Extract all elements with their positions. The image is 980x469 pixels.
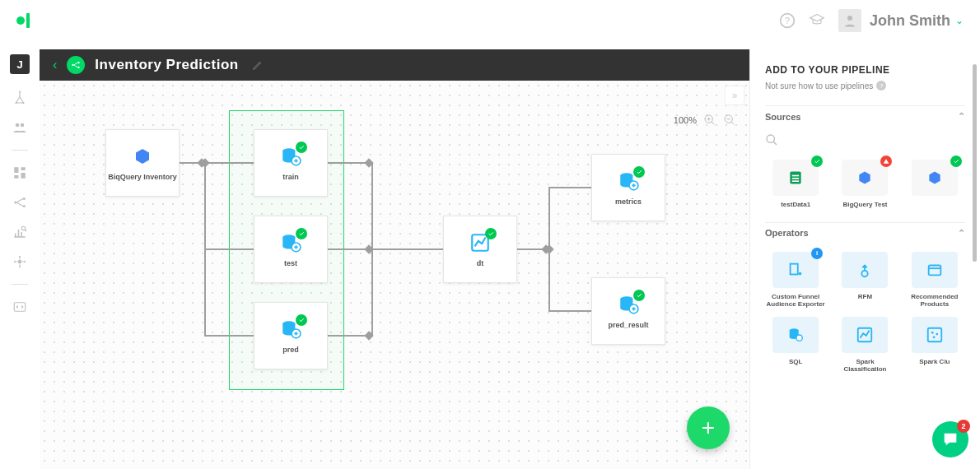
check-icon <box>633 166 645 178</box>
svg-point-5 <box>22 102 24 104</box>
help-icon[interactable]: ? <box>779 12 796 29</box>
workspace-title: Inventory Prediction <box>95 57 238 73</box>
products-icon <box>926 261 944 279</box>
svg-rect-10 <box>14 175 18 179</box>
svg-rect-47 <box>792 175 799 177</box>
classification-icon <box>469 231 492 254</box>
svg-point-58 <box>931 332 934 334</box>
check-icon <box>296 142 307 153</box>
rfm-icon <box>856 261 874 279</box>
check-icon <box>485 228 497 239</box>
svg-text:?: ? <box>785 16 790 26</box>
tile-label: Spark Clu <box>919 358 950 366</box>
svg-point-60 <box>933 336 936 338</box>
svg-rect-11 <box>21 173 26 179</box>
section-operators-header[interactable]: Operators⌃ <box>765 222 965 244</box>
source-tile[interactable]: testData1 <box>765 160 826 209</box>
svg-point-2 <box>847 16 852 21</box>
svg-rect-49 <box>792 180 799 182</box>
nav-audience-icon[interactable] <box>12 120 27 135</box>
status-info-icon: i <box>811 248 823 259</box>
nav-code-icon[interactable] <box>12 300 27 314</box>
sources-grid: testData1 BigQuery Test <box>765 160 965 209</box>
node-dt[interactable]: dt <box>443 216 517 283</box>
user-avatar[interactable] <box>838 9 861 32</box>
workspace-badge[interactable]: J <box>10 54 30 74</box>
add-fab[interactable]: + <box>687 406 730 449</box>
panel-subtitle[interactable]: Not sure how to use pipelines ? <box>765 81 965 91</box>
node-label: pred <box>282 346 299 354</box>
tile-label: RFM <box>858 293 872 301</box>
nav-dashboard-icon[interactable] <box>12 165 27 180</box>
sql-icon <box>617 169 640 193</box>
check-icon <box>296 228 307 239</box>
classification-op-icon <box>856 326 874 344</box>
nav-explore-icon[interactable] <box>12 91 27 105</box>
academy-icon[interactable] <box>809 12 825 29</box>
tile-label: Custom Funnel Audience Exporter <box>765 293 826 309</box>
section-sources-header[interactable]: Sources⌃ <box>765 105 965 127</box>
operator-tile[interactable]: Spark Classification <box>834 317 895 374</box>
svg-point-12 <box>14 202 16 204</box>
operators-grid: i Custom Funnel Audience Exporter RFM Re… <box>765 252 965 374</box>
top-header: ? John Smith ⌄ <box>0 0 980 41</box>
scrollbar[interactable] <box>973 64 977 262</box>
svg-rect-48 <box>792 178 799 179</box>
username-label: John Smith <box>870 12 950 30</box>
cluster-op-icon <box>926 326 944 344</box>
operator-tile[interactable]: SQL <box>765 317 826 374</box>
sql-op-icon <box>786 326 805 344</box>
tile-label: SQL <box>789 358 802 366</box>
back-button[interactable]: ‹ <box>53 58 57 72</box>
nav-pipeline-icon[interactable] <box>12 195 27 210</box>
pipeline-type-icon <box>67 56 85 74</box>
pipeline-canvas[interactable]: » 100% <box>40 81 749 469</box>
check-icon <box>633 290 645 301</box>
node-label: dt <box>477 259 484 267</box>
help-icon[interactable]: ? <box>876 81 886 91</box>
source-tile[interactable] <box>904 160 965 209</box>
operator-tile[interactable]: RFM <box>834 252 895 309</box>
node-pred[interactable]: pred <box>254 302 328 369</box>
svg-rect-50 <box>791 263 798 274</box>
operator-tile[interactable]: Spark Clu <box>904 317 965 374</box>
node-pred-result[interactable]: pred_result <box>591 277 665 345</box>
node-test[interactable]: test <box>254 216 328 283</box>
operator-tile[interactable]: Recommended Products <box>904 252 965 309</box>
svg-point-59 <box>936 332 938 335</box>
chat-bubble[interactable]: 2 <box>932 421 968 457</box>
svg-rect-21 <box>14 303 26 312</box>
operator-tile[interactable]: i Custom Funnel Audience Exporter <box>765 252 826 309</box>
sources-search[interactable] <box>765 127 965 160</box>
user-menu-chevron-icon[interactable]: ⌄ <box>955 15 964 26</box>
brand-logo <box>16 11 36 30</box>
edit-title-icon[interactable] <box>252 59 264 71</box>
node-source[interactable]: BiqQuery Inventory <box>105 129 180 197</box>
svg-point-22 <box>72 64 74 66</box>
node-train[interactable]: train <box>254 129 328 197</box>
check-icon <box>296 314 307 326</box>
sql-icon <box>279 318 302 341</box>
node-label: pred_result <box>608 321 648 329</box>
node-metrics[interactable]: metrics <box>591 154 665 221</box>
nav-ml-icon[interactable] <box>12 254 27 269</box>
sql-icon <box>617 293 640 316</box>
nav-analytics-icon[interactable] <box>12 225 27 239</box>
bigquery-icon <box>856 169 873 186</box>
svg-point-16 <box>18 260 22 264</box>
source-tile[interactable]: BigQuery Test <box>834 160 895 209</box>
svg-point-3 <box>19 91 21 92</box>
svg-point-13 <box>23 197 26 200</box>
svg-point-55 <box>796 335 802 341</box>
tile-label: BigQuery Test <box>842 201 887 209</box>
bigquery-icon <box>131 145 154 168</box>
svg-rect-57 <box>928 328 942 342</box>
sql-icon <box>279 231 302 254</box>
svg-rect-9 <box>21 167 26 170</box>
tile-label: Recommended Products <box>904 293 965 309</box>
funnel-icon <box>786 261 805 279</box>
tile-label: Spark Classification <box>834 358 895 374</box>
svg-point-23 <box>78 62 80 63</box>
status-ok-icon <box>811 156 823 167</box>
node-label: metrics <box>615 197 642 206</box>
